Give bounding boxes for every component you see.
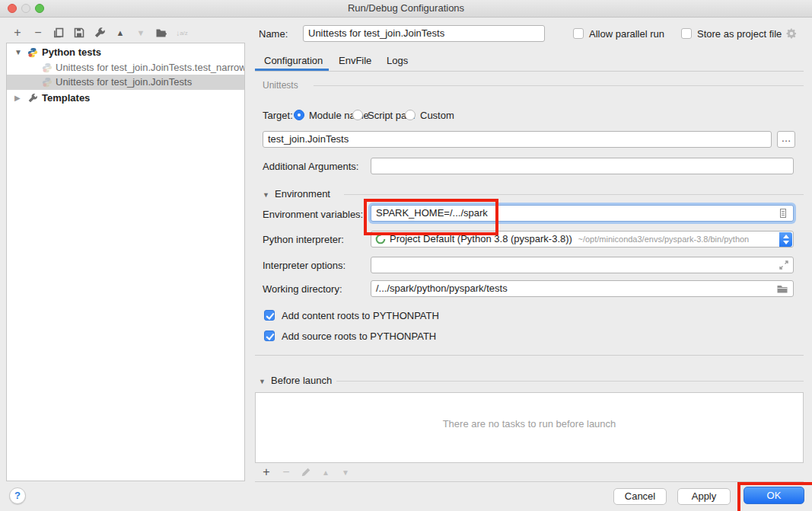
copy-icon <box>53 27 65 39</box>
tree-item-label[interactable]: Templates <box>42 91 90 106</box>
remove-task-button: − <box>279 465 294 480</box>
folder-icon[interactable] <box>776 283 788 295</box>
arrow-up-icon: ▲ <box>116 28 125 37</box>
tree-item-label[interactable]: Python tests <box>42 45 101 60</box>
add-configuration-button[interactable]: + <box>9 24 26 41</box>
target-label: Target: <box>263 109 293 123</box>
target-radio-custom[interactable] <box>405 110 416 120</box>
name-input[interactable]: Unittests for test_join.JoinTests <box>303 25 545 42</box>
add-content-roots-checkbox[interactable] <box>264 310 275 321</box>
edit-templates-button[interactable] <box>91 24 108 41</box>
name-label: Name: <box>259 27 288 41</box>
add-source-roots-checkbox[interactable] <box>264 331 275 341</box>
title-bar: Run/Debug Configurations <box>0 0 812 18</box>
add-source-roots-label[interactable]: Add source roots to PYTHONPATH <box>282 330 436 343</box>
config-panel-divider <box>255 355 804 356</box>
arrow-down-icon: ▼ <box>342 468 349 477</box>
tree-item-label[interactable]: Unittests for test_join.JoinTests.test_n… <box>56 60 245 75</box>
python-tests-icon <box>27 47 38 58</box>
interpreter-options-label: Interpreter options: <box>263 259 345 273</box>
chevron-down-icon[interactable]: ▼ <box>14 45 22 60</box>
tab-configuration[interactable]: Configuration <box>264 53 323 69</box>
python-interpreter-path: ~/opt/miniconda3/envs/pyspark-3.8/bin/py… <box>578 235 750 244</box>
python-test-icon <box>42 77 53 88</box>
save-icon <box>73 27 85 39</box>
additional-arguments-input[interactable] <box>371 158 794 174</box>
chevron-right-icon[interactable]: ▶ <box>14 91 21 106</box>
interpreter-dropdown-stepper-icon[interactable] <box>779 232 792 247</box>
expand-field-icon[interactable] <box>778 259 790 271</box>
group-divider <box>314 85 804 86</box>
empty-tasks-message: There are no tasks to run before launch <box>256 418 803 430</box>
run-debug-configurations-dialog: Run/Debug Configurations + − ▲ ▼ ↓a/z ▼ <box>0 0 812 511</box>
store-as-project-file-label[interactable]: Store as project file <box>697 27 782 41</box>
move-down-button: ▼ <box>132 24 149 41</box>
target-radio-script-path[interactable] <box>352 110 363 120</box>
move-task-down-button: ▼ <box>338 465 353 480</box>
before-launch-task-list: There are no tasks to run before launch <box>255 392 804 463</box>
plus-icon: + <box>263 465 269 479</box>
templates-wrench-icon <box>27 93 38 104</box>
tree-item-unittest-narrow[interactable]: Unittests for test_join.JoinTests.test_n… <box>7 60 244 75</box>
move-up-button[interactable]: ▲ <box>112 24 129 41</box>
python-test-icon <box>42 62 53 73</box>
module-name-input[interactable]: test_join.JoinTests <box>263 131 772 148</box>
browse-module-button[interactable]: … <box>777 131 795 148</box>
pencil-icon <box>301 467 311 477</box>
python-interpreter-value: Project Default (Python 3.8 (pyspark-3.8… <box>390 233 572 244</box>
window-title: Run/Debug Configurations <box>0 0 812 17</box>
python-interpreter-select[interactable]: Project Default (Python 3.8 (pyspark-3.8… <box>371 231 794 248</box>
add-content-roots-label[interactable]: Add content roots to PYTHONPATH <box>282 309 439 323</box>
interpreter-env-icon <box>374 233 387 245</box>
tab-logs[interactable]: Logs <box>387 53 408 69</box>
wrench-icon <box>94 27 106 39</box>
copy-configuration-button[interactable] <box>50 24 67 41</box>
store-as-project-file-checkbox[interactable] <box>681 28 692 39</box>
zoom-window-button[interactable] <box>35 4 44 13</box>
cancel-button[interactable]: Cancel <box>613 488 667 505</box>
before-launch-collapse-icon[interactable]: ▼ <box>259 375 266 388</box>
minus-icon: − <box>282 465 289 479</box>
before-launch-section-label[interactable]: Before launch <box>271 375 332 387</box>
tabs-divider <box>255 71 804 72</box>
new-folder-button[interactable] <box>153 24 170 41</box>
target-radio-module-name[interactable] <box>294 110 304 120</box>
plus-icon: + <box>14 26 21 40</box>
close-window-button[interactable] <box>8 4 17 13</box>
apply-button[interactable]: Apply <box>677 488 731 505</box>
edit-task-button <box>298 465 314 480</box>
python-interpreter-label: Python interpreter: <box>263 233 344 247</box>
before-launch-divider <box>255 481 804 482</box>
tree-item-unittest-jointests-selected[interactable]: Unittests for test_join.JoinTests <box>7 75 244 90</box>
group-divider <box>336 381 804 382</box>
group-divider <box>344 194 804 195</box>
save-configuration-button[interactable] <box>71 24 88 41</box>
allow-parallel-run-label[interactable]: Allow parallel run <box>589 27 664 41</box>
add-task-button[interactable]: + <box>259 465 274 480</box>
interpreter-options-input[interactable] <box>371 257 794 273</box>
environment-section-label[interactable]: Environment <box>275 188 330 200</box>
configurations-tree: ▼ Python tests Unittests for test_join.J… <box>6 43 245 481</box>
ok-button[interactable]: OK <box>744 487 804 504</box>
tree-item-templates[interactable]: ▶ Templates <box>7 91 244 106</box>
environment-variables-label: Environment variables: <box>263 208 363 222</box>
remove-configuration-button[interactable]: − <box>30 24 46 41</box>
arrow-down-icon: ▼ <box>137 28 145 37</box>
additional-arguments-label: Additional Arguments: <box>263 160 358 174</box>
help-button[interactable]: ? <box>9 487 26 504</box>
working-directory-label: Working directory: <box>263 283 342 296</box>
working-directory-input[interactable]: /.../spark/python/pyspark/tests <box>371 280 794 297</box>
sort-configurations-button: ↓a/z <box>174 24 190 41</box>
environment-variables-input[interactable]: SPARK_HOME=/.../spark <box>371 205 794 222</box>
allow-parallel-run-checkbox[interactable] <box>573 28 584 39</box>
unittests-group-label: Unittests <box>263 79 298 91</box>
edit-variables-icon[interactable] <box>777 207 789 219</box>
target-radio-custom-label[interactable]: Custom <box>420 109 454 123</box>
arrow-up-icon: ▲ <box>322 468 330 477</box>
minus-icon: − <box>34 26 41 40</box>
settings-gear-icon[interactable] <box>785 27 798 40</box>
tab-envfile[interactable]: EnvFile <box>339 53 371 69</box>
tree-item-label[interactable]: Unittests for test_join.JoinTests <box>56 75 192 90</box>
environment-collapse-icon[interactable]: ▼ <box>263 189 269 201</box>
tree-item-python-tests[interactable]: ▼ Python tests <box>7 45 244 60</box>
